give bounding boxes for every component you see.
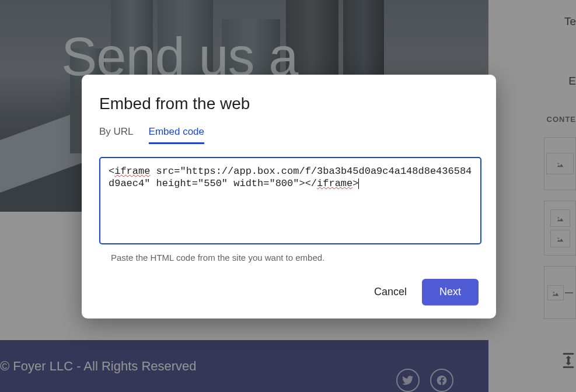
- code-text: src="https://app.box.com/f/3ba3b45d0a9c4…: [109, 166, 472, 189]
- dialog-tabs: By URL Embed code: [99, 126, 479, 144]
- embed-dialog: Embed from the web By URL Embed code <if…: [82, 75, 496, 318]
- code-text: <: [109, 166, 114, 177]
- cancel-button[interactable]: Cancel: [371, 279, 410, 305]
- dialog-actions: Cancel Next: [99, 279, 479, 305]
- embed-code-textarea[interactable]: <iframe src="https://app.box.com/f/3ba3b…: [99, 157, 481, 244]
- code-tag: iframe: [114, 166, 150, 177]
- code-tag: iframe: [317, 178, 352, 189]
- embed-hint-text: Paste the HTML code from the site you wa…: [111, 253, 479, 262]
- dialog-title: Embed from the web: [99, 94, 479, 113]
- tab-by-url[interactable]: By URL: [99, 126, 134, 144]
- page-background: Send us a © Foyer LLC - All Rights Reser…: [0, 0, 576, 392]
- tab-embed-code[interactable]: Embed code: [149, 126, 204, 144]
- code-text: >: [352, 178, 358, 189]
- text-cursor: [358, 178, 359, 189]
- next-button[interactable]: Next: [422, 279, 479, 305]
